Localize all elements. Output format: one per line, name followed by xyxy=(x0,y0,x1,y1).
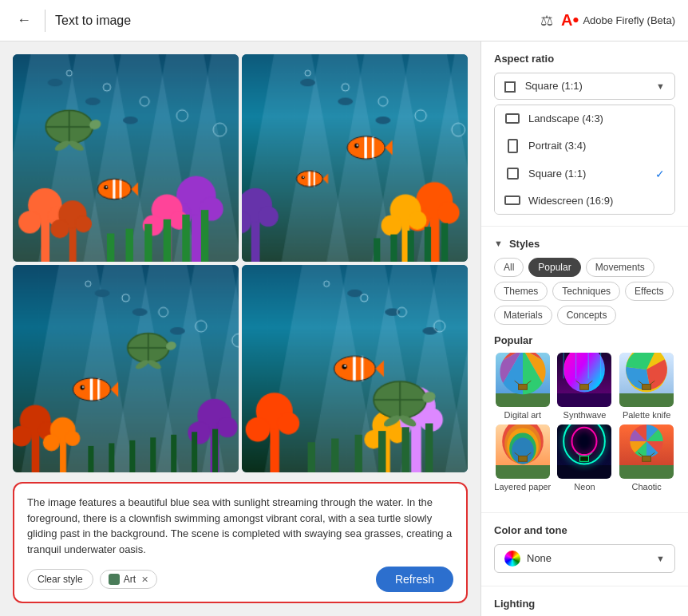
filter-materials[interactable]: Materials xyxy=(494,306,552,325)
adobe-logo: A⦁ Adobe Firefly (Beta) xyxy=(561,11,675,30)
style-synthwave[interactable]: Synthwave xyxy=(556,353,614,420)
prompt-tags: Clear style Art ✕ xyxy=(27,569,157,590)
digital-art-thumb xyxy=(496,353,550,407)
layered-paper-label: Layered paper xyxy=(494,482,551,492)
square-icon xyxy=(504,168,520,180)
color-tone-label: Color and tone xyxy=(494,524,675,536)
chaotic-thumb xyxy=(619,424,674,479)
digital-art-label: Digital art xyxy=(504,410,541,420)
style-digital-art[interactable]: Digital art xyxy=(494,353,552,420)
header-right: ⚖ A⦁ Adobe Firefly (Beta) xyxy=(540,11,675,30)
filter-all[interactable]: All xyxy=(494,258,524,277)
style-grid: Digital art Synthwave Palette knife xyxy=(494,353,675,492)
style-chaotic[interactable]: Chaotic xyxy=(618,424,675,492)
synthwave-label: Synthwave xyxy=(563,410,607,420)
prompt-text: The image features a beautiful blue sea … xyxy=(27,495,453,557)
main-content: The image features a beautiful blue sea … xyxy=(0,41,688,616)
color-tone-selected: None xyxy=(527,552,552,564)
chaotic-label: Chaotic xyxy=(632,482,662,492)
filter-themes[interactable]: Themes xyxy=(494,282,548,301)
layered-paper-thumb xyxy=(496,424,550,479)
style-filter-row: All Popular Movements Themes Techniques … xyxy=(494,258,675,325)
lighting-label: Lighting xyxy=(494,598,675,610)
lighting-section: Lighting xyxy=(481,586,688,616)
header-left: ← Text to image xyxy=(13,10,131,32)
aspect-ratio-label: Aspect ratio xyxy=(494,53,675,65)
art-tag: Art ✕ xyxy=(100,570,157,589)
styles-chevron-icon: ▼ xyxy=(494,239,503,248)
color-tone-dropdown[interactable]: None ▼ xyxy=(494,544,675,573)
filter-concepts[interactable]: Concepts xyxy=(557,306,617,325)
adobe-icon: A⦁ xyxy=(561,11,578,30)
filter-effects[interactable]: Effects xyxy=(625,282,673,301)
style-palette-knife[interactable]: Palette knife xyxy=(618,353,675,420)
styles-header[interactable]: ▼ Styles xyxy=(494,238,675,250)
right-panel: Aspect ratio Square (1:1) ▼ Landscape (4… xyxy=(480,41,688,616)
check-mark-icon: ✓ xyxy=(655,168,665,180)
aspect-ratio-square[interactable]: Square (1:1) ✓ xyxy=(495,160,674,188)
color-dot-icon xyxy=(504,551,520,567)
filter-techniques[interactable]: Techniques xyxy=(552,282,620,301)
square-ratio-icon xyxy=(504,81,516,93)
image-cell-4[interactable] xyxy=(242,265,468,472)
aspect-ratio-portrait[interactable]: Portrait (3:4) xyxy=(495,132,674,160)
art-tag-close[interactable]: ✕ xyxy=(141,575,148,585)
filter-popular[interactable]: Popular xyxy=(528,258,580,277)
style-layered-paper[interactable]: Layered paper xyxy=(494,424,552,492)
refresh-button[interactable]: Refresh xyxy=(376,567,453,592)
widescreen-icon xyxy=(504,195,520,205)
synthwave-thumb xyxy=(557,353,611,407)
palette-knife-thumb xyxy=(619,353,674,407)
image-cell-2[interactable] xyxy=(242,54,468,262)
color-tone-section: Color and tone None ▼ xyxy=(481,513,688,586)
styles-section: ▼ Styles All Popular Movements Themes Te… xyxy=(481,227,688,513)
prompt-box: The image features a beautiful blue sea … xyxy=(13,482,468,603)
landscape-label: Landscape (4:3) xyxy=(528,113,603,124)
popular-subsection-label: Popular xyxy=(494,334,675,346)
aspect-ratio-widescreen[interactable]: Widescreen (16:9) xyxy=(495,188,674,214)
aspect-ratio-dropdown[interactable]: Square (1:1) ▼ xyxy=(494,73,675,100)
palette-knife-label: Palette knife xyxy=(623,410,671,420)
image-cell-1[interactable] xyxy=(13,54,239,262)
landscape-icon xyxy=(504,113,520,124)
art-tag-label: Art xyxy=(124,574,136,585)
color-dot-wrapper: None xyxy=(504,551,552,567)
aspect-ratio-selected: Square (1:1) xyxy=(504,80,583,93)
left-panel: The image features a beautiful blue sea … xyxy=(0,41,480,616)
back-button[interactable]: ← xyxy=(13,10,35,32)
image-grid xyxy=(13,54,468,472)
prompt-actions: Clear style Art ✕ Refresh xyxy=(27,567,453,592)
flask-icon: ⚖ xyxy=(540,12,553,30)
art-tag-icon xyxy=(109,574,120,585)
widescreen-label: Widescreen (16:9) xyxy=(528,195,613,207)
aspect-ratio-options: Landscape (4:3) Portrait (3:4) Square (1… xyxy=(494,105,675,215)
styles-label: Styles xyxy=(509,238,540,250)
page-title: Text to image xyxy=(55,14,131,28)
adobe-beta-label: Adobe Firefly (Beta) xyxy=(583,14,675,26)
header-divider xyxy=(45,10,45,32)
neon-label: Neon xyxy=(574,482,595,492)
aspect-ratio-section: Aspect ratio Square (1:1) ▼ Landscape (4… xyxy=(481,41,688,227)
app-header: ← Text to image ⚖ A⦁ Adobe Firefly (Beta… xyxy=(0,0,688,41)
clear-style-button[interactable]: Clear style xyxy=(27,569,93,590)
aspect-ratio-landscape[interactable]: Landscape (4:3) xyxy=(495,105,674,132)
dropdown-arrow-icon: ▼ xyxy=(656,81,665,91)
portrait-label: Portrait (3:4) xyxy=(528,140,586,152)
neon-thumb xyxy=(557,424,611,479)
style-neon[interactable]: Neon xyxy=(556,424,614,492)
square-label: Square (1:1) xyxy=(528,168,586,180)
image-cell-3[interactable] xyxy=(13,265,239,472)
portrait-icon xyxy=(504,139,520,153)
filter-movements[interactable]: Movements xyxy=(586,258,654,277)
color-dropdown-arrow-icon: ▼ xyxy=(656,554,665,563)
